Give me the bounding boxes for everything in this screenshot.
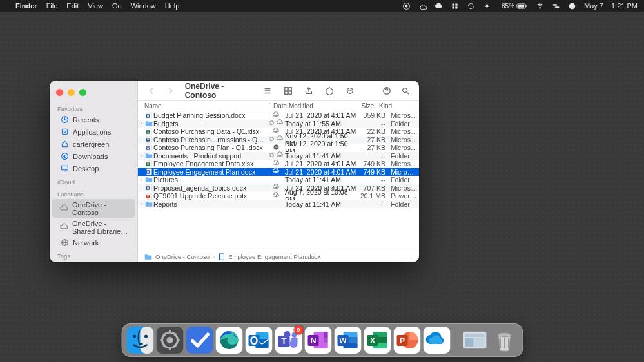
pin-icon[interactable]: [483, 2, 491, 10]
onedrive-status-icon[interactable]: [418, 2, 427, 10]
col-header-kind[interactable]: Kind: [379, 102, 407, 110]
siri-icon[interactable]: [568, 2, 576, 10]
share-button[interactable]: [302, 84, 316, 97]
path-segment-root[interactable]: OneDrive - Contoso: [155, 253, 210, 260]
battery-icon[interactable]: 85%: [499, 2, 528, 10]
menubar-time[interactable]: 1:21 PM: [611, 2, 638, 10]
svg-rect-38: [275, 147, 278, 148]
file-list: WBudget Planning Session.docxJul 21, 202…: [138, 111, 419, 251]
dock-edge[interactable]: [215, 327, 242, 354]
cloud-status-icon[interactable]: [434, 2, 443, 10]
dock-word[interactable]: W: [334, 327, 361, 354]
globe-icon: [60, 238, 69, 247]
sidebar-item-onedrive-contoso[interactable]: OneDrive - Contoso: [52, 199, 135, 218]
dock-settings[interactable]: [156, 327, 183, 354]
file-row[interactable]: XEmployee Engagement Data.xlsxJul 21, 20…: [138, 160, 419, 168]
search-button[interactable]: [399, 84, 413, 97]
file-row[interactable]: ›BudgetsToday at 11:55 AM--Folder: [138, 120, 419, 128]
file-row[interactable]: ›ReportsToday at 11:41 AM--Folder: [138, 200, 419, 209]
close-button[interactable]: [56, 89, 63, 96]
dock-finder[interactable]: [126, 327, 153, 354]
dock-outlook[interactable]: [245, 327, 272, 354]
disclosure-chevron[interactable]: ›: [138, 153, 144, 158]
col-header-size[interactable]: Size: [346, 102, 379, 110]
file-row[interactable]: WBudget Planning Session.docxJul 21, 202…: [138, 111, 419, 120]
group-button[interactable]: [281, 84, 295, 97]
view-mode-button[interactable]: [260, 84, 275, 97]
menubar-date[interactable]: May 7: [584, 2, 603, 10]
disclosure-chevron[interactable]: ›: [138, 177, 144, 183]
menu-file[interactable]: File: [46, 2, 58, 10]
excel-icon: X: [144, 160, 153, 167]
svg-text:X: X: [369, 336, 375, 345]
svg-rect-11: [555, 6, 560, 8]
dock-powerpoint[interactable]: P: [393, 327, 420, 354]
sidebar-item-downloads[interactable]: Downloads: [52, 150, 135, 162]
svg-text:N: N: [310, 336, 316, 345]
menubar-app[interactable]: Finder: [15, 2, 37, 10]
svg-point-9: [540, 8, 541, 9]
forward-button[interactable]: [163, 84, 177, 97]
help-button[interactable]: [380, 84, 393, 97]
file-row[interactable]: WContoso Purchasing Plan - Q1 .docxNov 1…: [138, 144, 419, 152]
disclosure-chevron[interactable]: ›: [138, 201, 144, 207]
file-row[interactable]: PQT9001 Upgrade Release.pptxAug 7, 2020 …: [138, 192, 419, 200]
svg-rect-52: [219, 254, 220, 260]
file-kind: Micros…(.: [391, 144, 419, 151]
dock-teams[interactable]: T9: [275, 327, 302, 354]
file-row[interactable]: ›Documents - Product supportToday at 11:…: [138, 152, 419, 160]
window-title: OneDrive - Contoso: [185, 82, 255, 100]
svg-rect-60: [186, 327, 213, 354]
sidebar-item-cartergreen[interactable]: cartergreen: [52, 138, 135, 150]
sidebar-item-recents[interactable]: Recents: [52, 113, 135, 126]
screenrec-icon[interactable]: [402, 2, 411, 10]
file-row[interactable]: WProposed_agenda_topics.docxJul 21, 2020…: [138, 184, 419, 193]
dock-todo[interactable]: [186, 327, 213, 354]
column-headers[interactable]: Name˄ Date Modified Size Kind: [138, 101, 419, 111]
menu-window[interactable]: Window: [131, 2, 156, 10]
sidebar-item-label: Network: [73, 239, 99, 247]
file-name: Documents - Product support: [153, 152, 267, 160]
sidebar-item-label: Desktop: [73, 165, 99, 173]
zoom-button[interactable]: [79, 89, 86, 96]
sidebar-item-label: OneDrive - Shared Librarie…: [72, 220, 130, 235]
file-row[interactable]: WEmployee Engagement Plan.docxJul 21, 20…: [138, 168, 419, 176]
sidebar-item-onedrive-shared-librarie-[interactable]: OneDrive - Shared Librarie…: [52, 218, 135, 236]
col-header-modified[interactable]: Date Modified: [273, 102, 346, 110]
svg-rect-21: [289, 91, 291, 93]
file-row[interactable]: WContoso Purchasin…rmissions - Q1.docxNo…: [138, 136, 419, 144]
file-row[interactable]: ›PicturesToday at 11:41 AM--Folder: [138, 176, 419, 184]
wifi-icon[interactable]: [536, 2, 544, 10]
menu-edit[interactable]: Edit: [66, 2, 79, 10]
dock-downloads[interactable]: [461, 327, 488, 354]
minimize-button[interactable]: [68, 89, 75, 96]
word-icon: W: [144, 112, 153, 119]
col-header-name[interactable]: Name˄: [144, 102, 273, 110]
dock-onedrive[interactable]: [423, 327, 450, 354]
sidebar-item-label: Recents: [73, 116, 99, 124]
action-button[interactable]: [343, 84, 357, 97]
disclosure-chevron[interactable]: ›: [138, 120, 144, 126]
app-status-icon[interactable]: [451, 2, 459, 10]
sidebar-item-desktop[interactable]: Desktop: [52, 162, 135, 175]
svg-text:T: T: [281, 336, 286, 346]
dock-trash[interactable]: [491, 327, 518, 354]
tag-button[interactable]: [322, 84, 337, 97]
back-button[interactable]: [144, 84, 158, 97]
path-segment-file[interactable]: Employee Engagement Plan.docx: [228, 253, 320, 260]
sidebar-item-network[interactable]: Network: [52, 236, 135, 249]
file-kind: Micros…k: [391, 160, 419, 167]
sync-icon[interactable]: [467, 2, 475, 10]
file-row[interactable]: XContoso Purchasing Data - Q1.xlsxJul 21…: [138, 128, 419, 136]
svg-text:X: X: [147, 130, 149, 133]
sidebar-item-applications[interactable]: Applications: [52, 126, 135, 138]
cloud-download-icon: [277, 119, 284, 128]
control-center-icon[interactable]: [552, 2, 560, 10]
blocked-icon: [273, 144, 280, 152]
dock-onenote[interactable]: N: [304, 327, 331, 354]
dock-excel[interactable]: X: [364, 327, 391, 354]
menu-view[interactable]: View: [88, 2, 103, 10]
menu-go[interactable]: Go: [112, 2, 122, 10]
file-size: 27 KB: [357, 136, 391, 144]
menu-help[interactable]: Help: [165, 2, 180, 10]
